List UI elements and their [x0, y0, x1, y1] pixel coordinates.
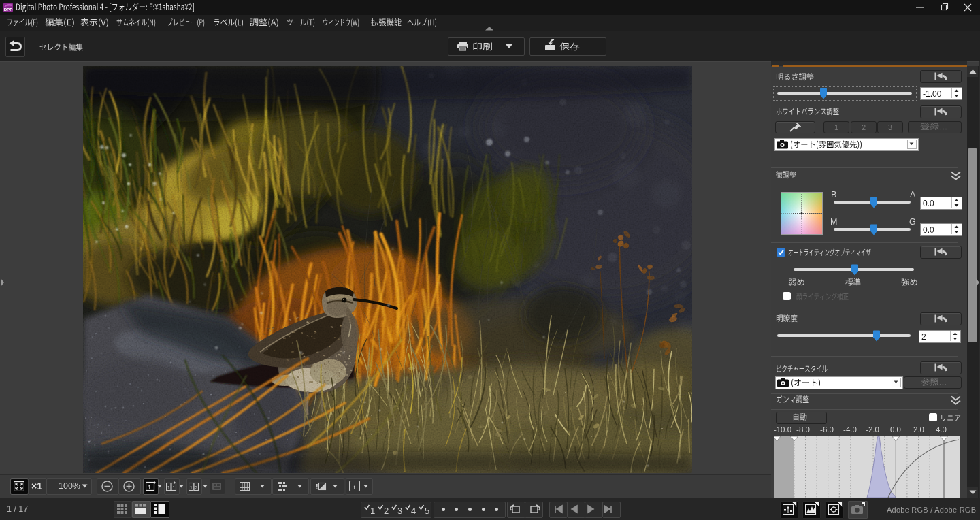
svg-text:1: 1 [167, 485, 170, 491]
svg-text:4: 4 [411, 506, 416, 515]
svg-text:!: ! [316, 483, 318, 491]
svg-text:DPP: DPP [4, 7, 13, 12]
svg-text:3: 3 [397, 506, 402, 515]
svg-text:2: 2 [195, 485, 197, 491]
svg-text:i: i [353, 483, 355, 491]
svg-text:1: 1 [172, 485, 175, 491]
svg-text:5: 5 [425, 506, 429, 515]
svg-text:2: 2 [384, 506, 389, 515]
svg-text:1: 1 [370, 506, 375, 515]
svg-text:1: 1 [190, 485, 193, 491]
svg-text:1: 1 [148, 484, 151, 491]
